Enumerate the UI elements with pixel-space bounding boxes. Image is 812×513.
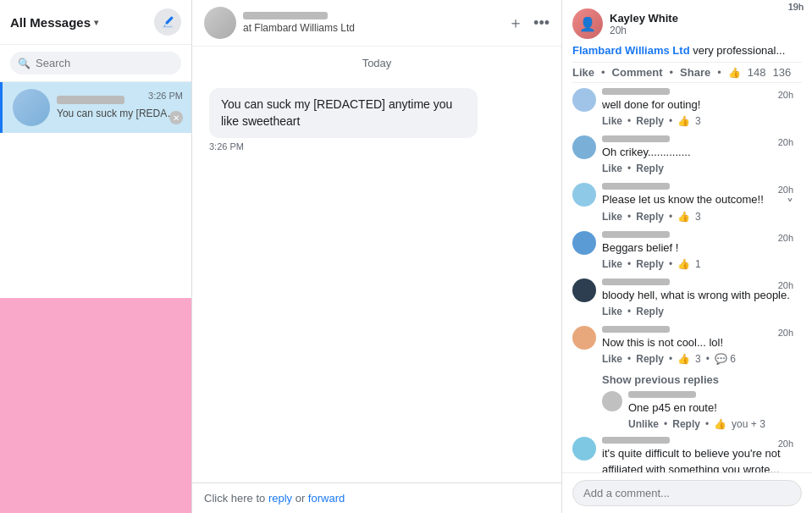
like-count: 3 [695, 115, 701, 127]
comment-item: Beggars belief ! Like • Reply • 👍 1 20h [572, 231, 802, 270]
messages-area: You can suck my [REDACTED] anytime you l… [192, 80, 561, 483]
expand-icon[interactable]: ˅ [787, 196, 793, 212]
commenter-name [602, 88, 670, 95]
show-previous-replies[interactable]: Show previous replies [602, 373, 802, 386]
add-comment-bar [562, 472, 812, 513]
avatar [13, 89, 50, 126]
like-action[interactable]: Like [602, 211, 622, 223]
reply-body: One p45 en route! Unlike • Reply • 👍 you… [628, 391, 802, 430]
comment-body: bloody hell, what is wrong with people. … [602, 279, 802, 317]
comment-time: 20h [778, 185, 793, 195]
commenter-name [602, 326, 670, 333]
company-link[interactable]: Flambard Williams Ltd [572, 44, 690, 57]
reply-meta: Unlike • Reply • 👍 you + 3 [628, 418, 802, 430]
comment-meta: Like • Reply • 👍 3 [602, 115, 802, 127]
comment-item: Oh crikey.............. Like • Reply 20h [572, 135, 802, 174]
comment-avatar [572, 279, 596, 302]
comment-meta: Like • Reply [602, 163, 802, 174]
thumb-icon: 👍 [677, 258, 690, 270]
search-input[interactable] [10, 52, 181, 74]
more-icon[interactable]: ••• [533, 14, 550, 32]
like-count: 3 [695, 211, 701, 223]
comment-time: 20h [778, 439, 793, 449]
like-action[interactable]: Like [602, 353, 622, 365]
comment-avatar [572, 135, 596, 159]
comment-time: 20h [778, 233, 793, 243]
like-action[interactable]: Like [602, 115, 622, 127]
commenter-name [602, 437, 670, 444]
thumb-icon: 👍 [677, 353, 690, 365]
reply-name [628, 391, 696, 398]
add-comment-input[interactable] [572, 480, 802, 506]
comment-body: Please let us know the outcome!! Like • … [602, 183, 802, 222]
post-suffix: very professional... [693, 44, 785, 57]
compose-button[interactable] [154, 8, 181, 36]
add-icon[interactable]: ＋ [508, 13, 523, 33]
post-text: Flambard Williams Ltd very professional.… [572, 44, 802, 57]
user-info: at Flambard Williams Ltd [243, 12, 355, 34]
reply-action[interactable]: Reply [636, 353, 664, 365]
commenter-name [602, 183, 670, 190]
like-action[interactable]: Like [602, 306, 622, 317]
comments-count: 136 [773, 66, 792, 79]
reply-action[interactable]: Reply [636, 115, 664, 127]
comment-time: 20h [778, 280, 793, 290]
likes-icon: 👍 [728, 67, 741, 79]
poster-avatar: 👤 [572, 8, 603, 39]
all-messages-title[interactable]: All Messages ▾ [10, 15, 98, 30]
reply-action[interactable]: Reply [636, 163, 664, 174]
comment-item: Please let us know the outcome!! Like • … [572, 183, 802, 222]
close-icon[interactable]: ✕ [169, 111, 183, 124]
forward-link[interactable]: forward [308, 492, 345, 505]
date-divider: Today [192, 47, 561, 80]
avatar [204, 7, 236, 39]
middle-panel: at Flambard Williams Ltd ＋ ••• Today You… [192, 0, 562, 513]
like-action[interactable]: Like [602, 258, 622, 270]
like-action[interactable]: Like [572, 66, 594, 79]
post-header: 👤 Kayley White 20h [572, 8, 802, 39]
comment-avatar [572, 231, 596, 255]
reply-action[interactable]: Reply [636, 211, 664, 223]
left-panel: All Messages ▾ 🔍 You can suck my [REDACT… [0, 0, 192, 513]
like-action[interactable]: Like [602, 163, 622, 174]
reply-action[interactable]: Reply [636, 258, 664, 270]
comment-body: Now this is not cool... lol! Like • Repl… [602, 326, 802, 365]
comment-meta: Like • Reply • 👍 3 [602, 211, 802, 223]
like-count: you + 3 [732, 418, 765, 430]
conv-name [57, 96, 124, 104]
post-time: 20h [610, 25, 678, 36]
poster-name: Kayley White [610, 12, 678, 25]
message-bubble: You can suck my [REDACTED] anytime you l… [209, 88, 478, 138]
comment-action[interactable]: Comment [612, 66, 663, 79]
or-text: or [292, 492, 308, 505]
reply-link[interactable]: reply [268, 492, 292, 505]
comment-time: 20h [778, 137, 793, 147]
empty-messages-area [0, 298, 191, 514]
unlike-action[interactable]: Unlike [628, 418, 659, 430]
conversation-item[interactable]: You can suck my [REDACTED] anytime you l… [0, 82, 191, 133]
comments-count: 💬 6 [715, 353, 736, 365]
reply-action[interactable]: Reply [672, 418, 700, 430]
chat-header: at Flambard Williams Ltd ＋ ••• [192, 0, 561, 47]
header-actions: ＋ ••• [508, 13, 550, 33]
comment-body: well done for outing! Like • Reply • 👍 3 [602, 88, 802, 127]
share-action[interactable]: Share [680, 66, 710, 79]
comment-text: Please let us know the outcome!! [602, 192, 802, 207]
comment-avatar [572, 183, 596, 207]
comment-text: Beggars belief ! [602, 240, 802, 256]
comment-meta: Like • Reply [602, 306, 802, 317]
comment-body: Beggars belief ! Like • Reply • 👍 1 [602, 231, 802, 270]
commenter-name [602, 231, 670, 238]
like-count: 1 [695, 258, 701, 270]
comment-text: well done for outing! [602, 97, 802, 113]
reply-time: 19h [788, 2, 804, 12]
reply-action[interactable]: Reply [636, 306, 664, 317]
reply-avatar [602, 391, 622, 411]
comment-time: 20h [778, 90, 793, 100]
comment-item: Now this is not cool... lol! Like • Repl… [572, 326, 802, 365]
right-panel-inner: 👤 Kayley White 20h Flambard Williams Ltd… [562, 0, 812, 513]
poster-info: Kayley White 20h [610, 12, 678, 36]
commenter-name [602, 279, 670, 285]
comment-item: well done for outing! Like • Reply • 👍 3… [572, 88, 802, 127]
reply-comment: One p45 en route! Unlike • Reply • 👍 you… [602, 391, 802, 430]
